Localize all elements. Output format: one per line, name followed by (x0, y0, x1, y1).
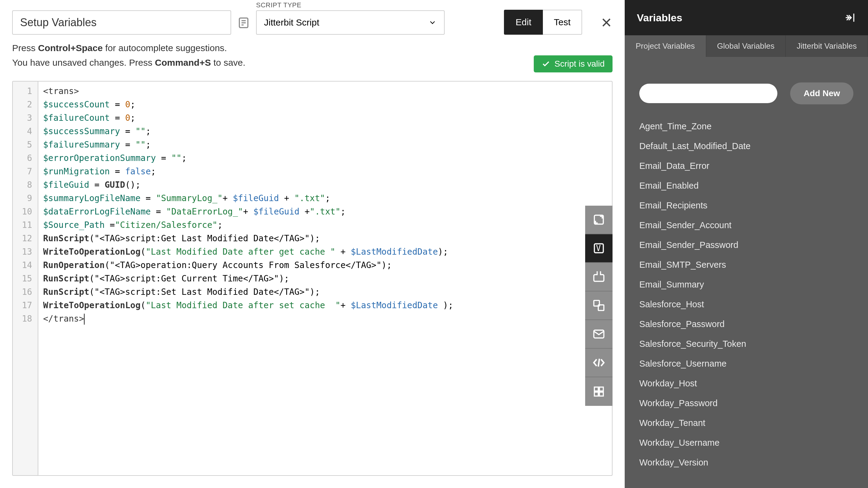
variable-item[interactable]: Salesforce_Username (639, 354, 854, 374)
rail-email-icon[interactable] (585, 320, 613, 349)
rail-script-icon[interactable] (585, 349, 613, 377)
close-icon[interactable] (600, 17, 613, 29)
rail-grid-icon[interactable] (585, 377, 613, 406)
variable-item[interactable]: Salesforce_Host (639, 295, 854, 314)
tab-project-variables[interactable]: Project Variables (625, 35, 706, 57)
variable-item[interactable]: Email_Data_Error (639, 156, 854, 176)
chevron-down-icon (428, 18, 437, 27)
svg-rect-16 (599, 387, 603, 391)
variable-item[interactable]: Email_Recipients (639, 195, 854, 215)
add-new-button[interactable]: Add New (790, 83, 854, 104)
variable-tabs: Project VariablesGlobal VariablesJitterb… (625, 35, 868, 57)
tab-global-variables[interactable]: Global Variables (706, 35, 786, 57)
script-type-label: SCRIPT TYPE (256, 1, 445, 9)
variable-search-input[interactable] (639, 84, 777, 103)
rail-plugin-icon[interactable] (585, 263, 613, 292)
line-gutter: 123456789101112131415161718 (13, 82, 38, 475)
variable-item[interactable]: Email_Summary (639, 275, 854, 295)
svg-text:V: V (596, 244, 601, 253)
svg-line-14 (598, 359, 599, 367)
variable-item[interactable]: Email_Sender_Password (639, 235, 854, 255)
notes-icon[interactable] (237, 17, 250, 29)
script-type-value: Jitterbit Script (264, 17, 319, 28)
script-name-input[interactable] (12, 10, 231, 35)
svg-rect-18 (599, 392, 603, 396)
rail-variable-icon[interactable]: V (585, 234, 613, 263)
variable-item[interactable]: Email_SMTP_Servers (639, 255, 854, 275)
mode-toggle: Edit Test (504, 10, 582, 35)
variable-item[interactable]: Workday_Username (639, 433, 854, 453)
edit-button[interactable]: Edit (504, 10, 543, 35)
variable-item[interactable]: Email_Enabled (639, 176, 854, 195)
variable-item[interactable]: Email_Sender_Account (639, 215, 854, 235)
svg-rect-17 (594, 392, 598, 396)
variable-list: Agent_Time_ZoneDefault_Last_Modified_Dat… (625, 117, 868, 472)
code-content[interactable]: <trans>$successCount = 0;$failureCount =… (38, 82, 458, 475)
variable-item[interactable]: Agent_Time_Zone (639, 117, 854, 136)
code-editor[interactable]: 123456789101112131415161718 <trans>$succ… (12, 81, 613, 476)
autocomplete-hint: Press Control+Space for autocomplete sug… (12, 41, 613, 55)
script-type-select[interactable]: Jitterbit Script (256, 10, 445, 35)
svg-rect-15 (594, 387, 598, 391)
rail-operation-icon[interactable] (585, 292, 613, 320)
variable-item[interactable]: Salesforce_Security_Token (639, 334, 854, 354)
variable-item[interactable]: Workday_Tenant (639, 413, 854, 433)
valid-badge: Script is valid (534, 55, 613, 72)
variable-item[interactable]: Salesforce_Password (639, 314, 854, 334)
tab-jitterbit-variables[interactable]: Jitterbit Variables (785, 35, 868, 57)
variable-item[interactable]: Workday_Version (639, 453, 854, 472)
test-button[interactable]: Test (543, 10, 582, 35)
collapse-panel-icon[interactable] (844, 11, 856, 24)
check-icon (542, 60, 550, 68)
panel-title: Variables (637, 12, 682, 24)
variable-item[interactable]: Workday_Password (639, 393, 854, 413)
variable-item[interactable]: Default_Last_Modified_Date (639, 136, 854, 156)
rail-expand-icon[interactable] (585, 206, 613, 234)
variable-item[interactable]: Workday_Host (639, 374, 854, 393)
